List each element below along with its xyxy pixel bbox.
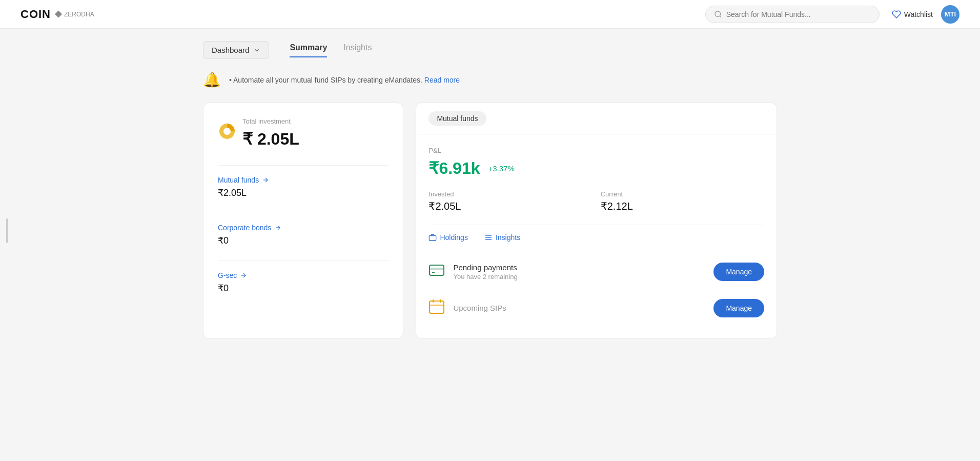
investment-item-mutual-funds: Mutual funds ₹2.05L	[218, 176, 389, 198]
holdings-button[interactable]: Holdings	[428, 233, 467, 242]
search-bar[interactable]	[705, 6, 880, 23]
pie-icon-svg	[218, 122, 236, 141]
pl-label: P&L	[428, 147, 764, 154]
bell-icon: 🔔	[203, 71, 221, 88]
search-icon	[714, 10, 722, 18]
svg-point-3	[223, 128, 231, 135]
main-content: Dashboard Summary Insights 🔔 • Automate …	[182, 29, 798, 351]
current-label: Current	[601, 190, 764, 198]
arrow-right-icon-3	[240, 272, 247, 279]
chevron-down-icon	[253, 47, 260, 54]
notification-banner: 🔔 • Automate all your mutual fund SIPs b…	[203, 71, 777, 88]
watchlist-label: Watchlist	[904, 10, 933, 18]
divider-3	[218, 260, 389, 261]
zerodha-badge: ZERODHA	[55, 11, 94, 18]
total-investment-label: Total investment	[242, 117, 299, 125]
svg-point-0	[715, 11, 721, 17]
cards-layout: Total investment ₹ 2.05L Mutual funds ₹2…	[203, 103, 777, 339]
arrow-right-icon-1	[262, 176, 269, 184]
zerodha-label: ZERODHA	[64, 11, 94, 18]
manage-pending-button[interactable]: Manage	[713, 263, 764, 281]
heart-icon	[892, 10, 901, 19]
pending-icon-svg	[428, 262, 445, 278]
header: COIN ZERODHA Watchlist MTI	[0, 0, 980, 29]
tab-summary[interactable]: Summary	[290, 43, 327, 57]
zerodha-icon	[55, 11, 62, 18]
holdings-icon	[428, 233, 437, 242]
investment-item-gsec: G-sec ₹0	[218, 271, 389, 294]
notification-text: • Automate all your mutual fund SIPs by …	[229, 76, 460, 84]
mutual-funds-tab-header: Mutual funds	[416, 103, 777, 134]
insights-button[interactable]: Insights	[484, 233, 520, 242]
tab-nav: Summary Insights	[290, 43, 372, 57]
total-investment-amount: ₹ 2.05L	[242, 129, 299, 149]
pl-row: ₹6.91k +3.37%	[428, 158, 764, 178]
invested-label: Invested	[428, 190, 592, 198]
manage-sips-button[interactable]: Manage	[713, 299, 764, 317]
gsec-link[interactable]: G-sec	[218, 271, 389, 279]
current-item: Current ₹2.12L	[601, 190, 764, 212]
mutual-funds-amount: ₹2.05L	[218, 187, 389, 198]
left-card: Total investment ₹ 2.05L Mutual funds ₹2…	[203, 103, 403, 339]
pending-payments-subtitle: You have 2 remaining	[453, 273, 705, 280]
pl-amount: ₹6.91k	[428, 158, 480, 178]
logo-area: COIN ZERODHA	[21, 8, 94, 21]
pie-chart-icon	[218, 122, 236, 144]
top-nav: Dashboard Summary Insights	[203, 41, 777, 59]
dashboard-label: Dashboard	[212, 46, 249, 54]
divider-1	[218, 165, 389, 166]
resize-handle[interactable]	[6, 218, 8, 243]
arrow-right-icon-2	[274, 224, 281, 231]
avatar[interactable]: MTI	[941, 5, 959, 24]
svg-rect-7	[430, 236, 436, 240]
pl-percent: +3.37%	[488, 164, 515, 173]
dashboard-dropdown[interactable]: Dashboard	[203, 41, 269, 59]
upcoming-sips-info: Upcoming SIPs	[453, 304, 705, 313]
read-more-link[interactable]: Read more	[424, 76, 460, 84]
pending-payments-icon	[428, 262, 445, 282]
gsec-amount: ₹0	[218, 283, 389, 294]
pending-payments-section: Pending payments You have 2 remaining Ma…	[428, 254, 764, 290]
calendar-icon-svg	[428, 298, 445, 315]
invested-current-row: Invested ₹2.05L Current ₹2.12L	[428, 190, 764, 212]
total-investment-info: Total investment ₹ 2.05L	[242, 117, 299, 149]
calendar-icon	[428, 298, 445, 318]
svg-rect-12	[430, 268, 444, 270]
corporate-bonds-link[interactable]: Corporate bonds	[218, 224, 389, 232]
total-investment-section: Total investment ₹ 2.05L	[218, 117, 389, 149]
insights-icon	[484, 233, 493, 242]
right-card: Mutual funds P&L ₹6.91k +3.37% Invested …	[416, 103, 777, 339]
mutual-funds-pill[interactable]: Mutual funds	[428, 111, 486, 126]
current-amount: ₹2.12L	[601, 200, 764, 212]
corporate-bonds-amount: ₹0	[218, 235, 389, 246]
divider-2	[218, 213, 389, 213]
pending-payments-info: Pending payments You have 2 remaining	[453, 263, 705, 280]
right-card-body: P&L ₹6.91k +3.37% Invested ₹2.05L Curren…	[416, 134, 777, 338]
search-input[interactable]	[726, 10, 871, 18]
header-right: Watchlist MTI	[892, 5, 959, 24]
upcoming-sips-title: Upcoming SIPs	[453, 304, 705, 312]
watchlist-button[interactable]: Watchlist	[892, 10, 933, 19]
invested-amount: ₹2.05L	[428, 200, 592, 212]
upcoming-sips-section: Upcoming SIPs Manage	[428, 290, 764, 326]
svg-rect-14	[430, 301, 444, 313]
svg-line-1	[720, 16, 721, 17]
investment-item-corporate-bonds: Corporate bonds ₹0	[218, 224, 389, 246]
mutual-funds-link[interactable]: Mutual funds	[218, 176, 389, 184]
tab-insights[interactable]: Insights	[343, 43, 372, 57]
holdings-insights-row: Holdings Insights	[428, 225, 764, 242]
logo: COIN	[21, 8, 51, 21]
pl-section: P&L ₹6.91k +3.37%	[428, 147, 764, 178]
pending-payments-title: Pending payments	[453, 263, 705, 272]
invested-item: Invested ₹2.05L	[428, 190, 592, 212]
